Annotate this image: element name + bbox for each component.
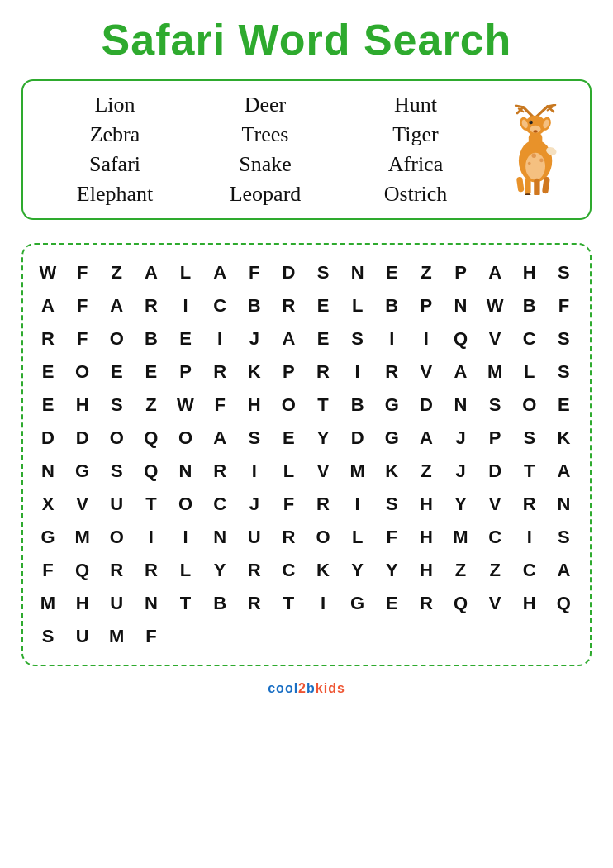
grid-cell: N xyxy=(203,521,236,554)
grid-cell: K xyxy=(547,422,580,455)
grid-cell: J xyxy=(238,488,271,521)
grid-cell: L xyxy=(169,256,202,289)
grid-cell: E xyxy=(31,355,64,389)
grid-cell: I xyxy=(169,521,202,554)
grid-cell: Z xyxy=(444,554,478,587)
grid-cell: I xyxy=(375,322,408,355)
grid-cell: J xyxy=(444,422,478,455)
grid-cell: I xyxy=(410,322,443,355)
grid-cell: A xyxy=(444,355,478,389)
grid-cell: S xyxy=(238,422,271,455)
grid-cell: C xyxy=(513,322,546,355)
word-item: Leopard xyxy=(190,182,340,207)
svg-rect-22 xyxy=(516,177,525,193)
grid-cell: R xyxy=(272,289,305,322)
grid-cell: O xyxy=(169,488,202,521)
grid-cell: H xyxy=(66,587,99,620)
grid-cell: V xyxy=(478,488,511,521)
grid-cell: R xyxy=(203,455,236,488)
grid-cell: F xyxy=(135,620,168,653)
grid-cell: R xyxy=(100,554,133,587)
grid-cell: Z xyxy=(100,256,133,289)
grid-cell: M xyxy=(478,355,511,389)
grid-cell: R xyxy=(238,554,271,587)
grid-cell: F xyxy=(31,554,64,587)
grid-cell: B xyxy=(341,389,374,422)
page-title: Safari Word Search xyxy=(102,15,512,64)
grid-cell: P xyxy=(478,422,511,455)
grid-cell: F xyxy=(272,488,305,521)
grid-cell: O xyxy=(513,389,546,422)
grid-cell: I xyxy=(169,289,202,322)
grid-cell: F xyxy=(203,389,236,422)
grid-cell: D xyxy=(410,389,443,422)
word-item: Zebra xyxy=(40,122,190,147)
grid-cell: Q xyxy=(135,422,168,455)
grid-cell: A xyxy=(547,455,580,488)
svg-point-14 xyxy=(529,121,533,125)
grid-cell: E xyxy=(375,256,408,289)
grid-cell: J xyxy=(444,455,478,488)
grid-cell: G xyxy=(375,389,408,422)
grid-cell: P xyxy=(272,355,305,389)
word-list-box: LionDeerHuntZebraTreesTigerSafariSnakeAf… xyxy=(21,79,592,220)
grid-cell: Q xyxy=(444,587,478,620)
grid-cell: N xyxy=(31,455,64,488)
grid-cell: V xyxy=(306,455,340,488)
grid-cell: K xyxy=(238,355,271,389)
grid-cell: N xyxy=(341,256,374,289)
grid-cell: C xyxy=(203,488,236,521)
grid-cell: A xyxy=(478,256,511,289)
grid-cell: U xyxy=(100,587,133,620)
svg-line-4 xyxy=(537,107,548,117)
grid-cell: S xyxy=(478,389,511,422)
grid-cell: Y xyxy=(444,488,478,521)
grid-cell: I xyxy=(238,455,271,488)
grid-cell: U xyxy=(238,521,271,554)
grid-cell: Q xyxy=(135,455,168,488)
grid-cell: A xyxy=(135,256,168,289)
grid-cell: E xyxy=(547,389,580,422)
grid-cell: D xyxy=(341,422,374,455)
grid-cell: R xyxy=(238,587,271,620)
grid-cell: C xyxy=(478,521,511,554)
grid-cell: U xyxy=(66,620,99,653)
grid-cell: S xyxy=(100,389,133,422)
grid-cell: D xyxy=(66,422,99,455)
grid-cell: C xyxy=(513,554,546,587)
grid-cell: H xyxy=(513,256,546,289)
grid-cell: A xyxy=(272,322,305,355)
grid-cell: L xyxy=(169,554,202,587)
grid-cell: I xyxy=(341,488,374,521)
word-item: Deer xyxy=(190,93,340,117)
grid-cell: K xyxy=(306,554,340,587)
svg-point-28 xyxy=(539,159,544,163)
grid-cell: J xyxy=(238,322,271,355)
grid-cell: E xyxy=(169,322,202,355)
grid-cell: I xyxy=(306,587,340,620)
grid-cell: R xyxy=(410,587,443,620)
grid-cell: C xyxy=(203,289,236,322)
grid-cell: V xyxy=(66,488,99,521)
grid-cell: E xyxy=(306,322,340,355)
word-item: Hunt xyxy=(340,93,491,117)
grid-cell: F xyxy=(66,322,99,355)
grid-cell: L xyxy=(341,521,374,554)
grid-cell: R xyxy=(513,488,546,521)
grid-cell: C xyxy=(272,554,305,587)
grid-cell: R xyxy=(306,488,340,521)
word-item: Africa xyxy=(340,152,491,177)
word-item: Safari xyxy=(40,152,190,177)
grid-cell: B xyxy=(203,587,236,620)
grid-cell: H xyxy=(66,389,99,422)
grid-cell: Y xyxy=(341,554,374,587)
grid-cell: E xyxy=(375,587,408,620)
grid-cell: F xyxy=(238,256,271,289)
grid-cell: M xyxy=(31,587,64,620)
grid-cell: A xyxy=(547,554,580,587)
grid-cell: O xyxy=(100,521,133,554)
grid-cell: Z xyxy=(410,455,443,488)
grid-cell: L xyxy=(272,455,305,488)
svg-point-16 xyxy=(533,130,538,132)
grid-cell: Q xyxy=(547,587,580,620)
